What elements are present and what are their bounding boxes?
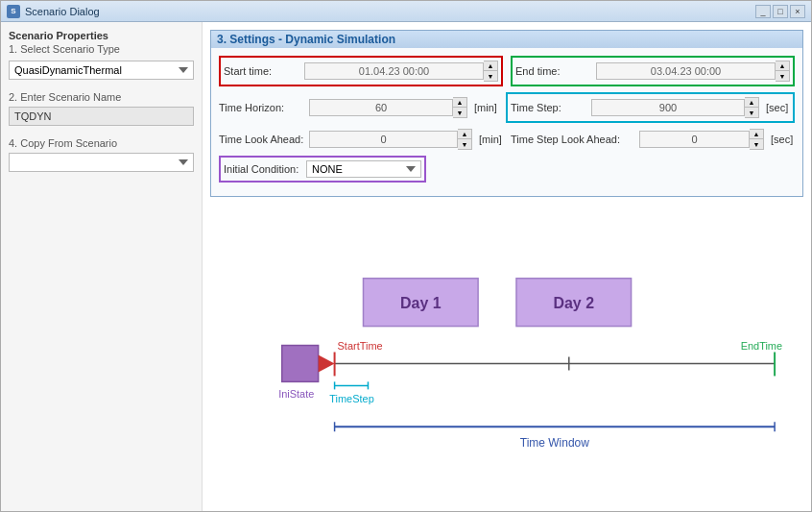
window-controls: _ □ × <box>755 5 805 18</box>
time-step-look-ahead-unit: [sec] <box>771 134 795 145</box>
end-time-up[interactable]: ▲ <box>776 61 789 71</box>
main-window: S Scenario Dialog _ □ × Scenario Propert… <box>0 0 812 512</box>
end-time-input-container: ▲ ▼ <box>596 61 790 82</box>
app-icon: S <box>7 5 20 18</box>
end-time-label: End time: <box>515 65 592 77</box>
time-look-ahead-up[interactable]: ▲ <box>458 130 471 139</box>
end-time-group: End time: ▲ ▼ <box>511 56 795 86</box>
time-look-ahead-label: Time Look Ahead: <box>219 134 305 145</box>
sidebar-title: Scenario Properties <box>9 30 194 41</box>
titlebar: S Scenario Dialog _ □ × <box>1 1 811 22</box>
start-arrow <box>319 355 335 373</box>
time-row: Start time: ▲ ▼ End time: <box>219 56 795 86</box>
close-button[interactable]: × <box>790 5 805 18</box>
time-horizon-group: Time Horizon: ▲ ▼ [min] <box>219 97 498 118</box>
initial-condition-group: Initial Condition: NONE <box>219 156 426 183</box>
time-look-ahead-unit: [min] <box>479 134 503 145</box>
scenario-name-label: 2. Enter Scenario Name <box>9 91 194 103</box>
time-look-ahead-input-container: ▲ ▼ <box>309 129 472 150</box>
maximize-button[interactable]: □ <box>773 5 788 18</box>
time-step-look-ahead-input[interactable] <box>639 131 750 148</box>
time-step-spinner: ▲ ▼ <box>745 97 759 118</box>
start-time-spinner: ▲ ▼ <box>484 61 498 82</box>
time-look-ahead-spinner: ▲ ▼ <box>458 129 472 150</box>
end-time-down[interactable]: ▼ <box>776 71 789 81</box>
start-time-label: Start time: <box>224 65 300 77</box>
end-time-spinner: ▲ ▼ <box>776 61 790 82</box>
copy-from-select[interactable] <box>9 153 194 172</box>
time-step-label: Time Step: <box>511 102 587 113</box>
day1-label: Day 1 <box>400 295 442 311</box>
time-step-diagram-label: TimeStep <box>329 393 373 404</box>
settings-title: 3. Settings - Dynamic Simulation <box>211 31 802 48</box>
time-step-look-ahead-input-container: ▲ ▼ <box>639 129 764 150</box>
time-window-label: Time Window <box>520 436 589 450</box>
diagram-svg: Day 1 Day 2 IniState S <box>210 207 803 503</box>
settings-panel: 3. Settings - Dynamic Simulation Start t… <box>210 30 803 197</box>
time-horizon-input-container: ▲ ▼ <box>309 97 467 118</box>
content-area: Scenario Properties 1. Select Scenario T… <box>1 22 811 511</box>
initial-condition-label: Initial Condition: <box>224 163 300 175</box>
time-look-ahead-down[interactable]: ▼ <box>458 139 471 149</box>
time-step-group: Time Step: ▲ ▼ [sec] <box>506 92 795 123</box>
start-time-diagram-label: StartTime <box>338 340 383 352</box>
time-step-down[interactable]: ▼ <box>745 108 758 117</box>
main-area: 3. Settings - Dynamic Simulation Start t… <box>203 22 811 511</box>
time-horizon-label: Time Horizon: <box>219 102 305 113</box>
diagram-area: Day 1 Day 2 IniState S <box>210 207 803 503</box>
time-step-look-ahead-spinner: ▲ ▼ <box>750 129 764 150</box>
time-horizon-unit: [min] <box>474 102 498 113</box>
minimize-button[interactable]: _ <box>755 5 771 18</box>
start-time-input-container: ▲ ▼ <box>304 61 498 82</box>
time-look-ahead-input[interactable] <box>309 131 458 148</box>
sidebar-subtitle: 1. Select Scenario Type <box>9 43 194 55</box>
time-step-input-container: ▲ ▼ <box>591 97 759 118</box>
day2-label: Day 2 <box>554 295 595 311</box>
time-step-look-ahead-up[interactable]: ▲ <box>750 130 763 139</box>
window-title: Scenario Dialog <box>25 6 755 17</box>
start-time-up[interactable]: ▲ <box>484 61 497 71</box>
scenario-type-select[interactable]: QuasiDynamicThermal <box>9 61 194 80</box>
time-step-look-ahead-group: Time Step Look Ahead: ▲ ▼ [sec] <box>511 129 795 150</box>
start-time-down[interactable]: ▼ <box>484 71 497 81</box>
time-step-look-ahead-label: Time Step Look Ahead: <box>511 134 635 145</box>
time-horizon-up[interactable]: ▲ <box>453 98 466 108</box>
horizon-step-row: Time Horizon: ▲ ▼ [min] Time Step: <box>219 92 795 123</box>
time-look-ahead-group: Time Look Ahead: ▲ ▼ [min] <box>219 129 503 150</box>
end-time-diagram-label: EndTime <box>741 340 782 352</box>
ini-state-label: IniState <box>278 388 314 400</box>
copy-from-label: 4. Copy From Scenario <box>9 137 194 149</box>
start-time-input[interactable] <box>304 62 484 80</box>
end-time-input[interactable] <box>596 62 776 80</box>
ini-state-box <box>282 346 319 382</box>
time-horizon-spinner: ▲ ▼ <box>453 97 467 118</box>
time-horizon-input[interactable] <box>309 99 453 116</box>
time-step-look-ahead-down[interactable]: ▼ <box>750 139 763 149</box>
time-step-input[interactable] <box>591 99 745 116</box>
initial-condition-select[interactable]: NONE <box>306 160 421 178</box>
sidebar: Scenario Properties 1. Select Scenario T… <box>1 22 203 511</box>
lookahead-row: Time Look Ahead: ▲ ▼ [min] Time Step Loo… <box>219 129 795 150</box>
time-step-unit: [sec] <box>766 102 790 113</box>
scenario-name-input[interactable] <box>9 107 194 126</box>
time-step-up[interactable]: ▲ <box>745 98 758 108</box>
start-time-group: Start time: ▲ ▼ <box>219 56 503 86</box>
initial-condition-row: Initial Condition: NONE <box>219 156 795 183</box>
time-horizon-down[interactable]: ▼ <box>453 108 466 117</box>
